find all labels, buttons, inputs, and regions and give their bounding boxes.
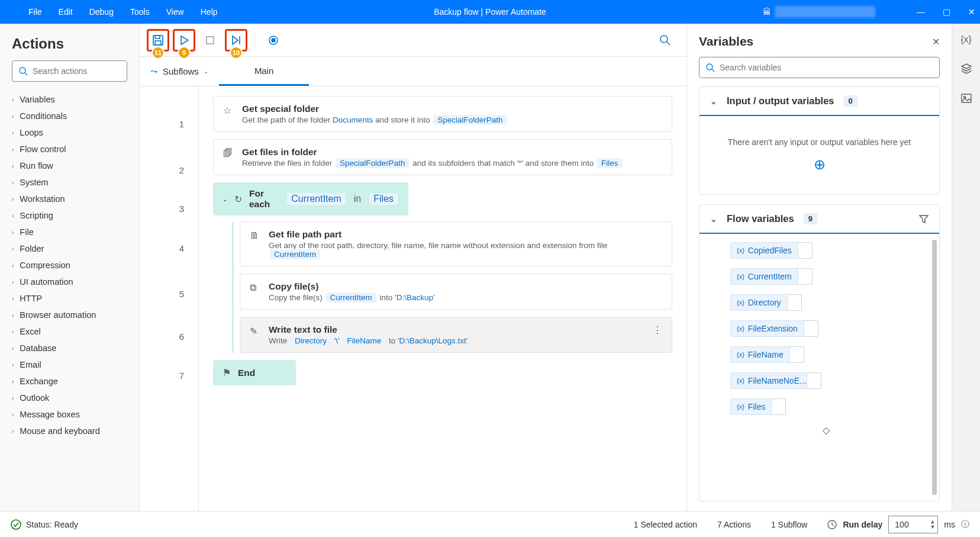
- cat-system[interactable]: ›System: [0, 174, 139, 191]
- subflow-bar: ⤳ Subflows ⌄ Main: [140, 57, 686, 86]
- run-next-button[interactable]: 10: [225, 29, 247, 52]
- step-write-text-to-file[interactable]: ✎ Write text to file Write Directory '\'…: [240, 317, 672, 353]
- maximize-button[interactable]: ▢: [943, 7, 950, 17]
- image-rail-icon[interactable]: [960, 92, 972, 104]
- var-filenamenoext[interactable]: {x}FileNameNoE...: [730, 372, 921, 389]
- org-badge[interactable]: 🏛: [763, 6, 875, 18]
- status-text: Status: Ready: [26, 520, 78, 529]
- filter-icon[interactable]: [919, 214, 929, 224]
- svg-line-14: [712, 69, 714, 72]
- flow-count-badge: 9: [804, 213, 817, 224]
- cat-scripting[interactable]: ›Scripting: [0, 207, 139, 224]
- cat-email[interactable]: ›Email: [0, 356, 139, 373]
- add-io-variable-button[interactable]: ⊕: [707, 156, 932, 173]
- menu-edit[interactable]: Edit: [59, 7, 73, 17]
- eraser-icon[interactable]: ◇: [730, 425, 921, 436]
- chevron-down-icon: ⌄: [204, 68, 208, 75]
- cat-message-boxes[interactable]: ›Message boxes: [0, 406, 139, 423]
- cat-outlook[interactable]: ›Outlook: [0, 390, 139, 406]
- designer-search-button[interactable]: [651, 26, 679, 54]
- step-title: Get files in folder: [242, 147, 662, 157]
- svg-point-10: [272, 38, 275, 42]
- cat-http[interactable]: ›HTTP: [0, 290, 139, 307]
- star-icon: ☆: [223, 105, 234, 124]
- run-delay-input[interactable]: 100 ▲▼: [888, 516, 938, 533]
- save-button[interactable]: 11: [147, 29, 169, 52]
- step-title: Write text to file: [269, 324, 644, 335]
- subflows-dropdown[interactable]: ⤳ Subflows ⌄: [140, 66, 219, 77]
- cat-excel[interactable]: ›Excel: [0, 323, 139, 340]
- var-copiedfiles[interactable]: {x}CopiedFiles: [730, 242, 921, 259]
- step-title: Get special folder: [242, 104, 662, 114]
- menu-view[interactable]: View: [166, 7, 184, 17]
- cat-folder[interactable]: ›Folder: [0, 240, 139, 257]
- step-get-file-path-part[interactable]: 🗎 Get file path part Get any of the root…: [240, 221, 672, 266]
- menu-tools[interactable]: Tools: [130, 7, 150, 17]
- cat-conditionals[interactable]: ›Conditionals: [0, 108, 139, 124]
- step-title: Copy file(s): [269, 281, 662, 292]
- actions-search-input[interactable]: [33, 66, 136, 76]
- more-icon[interactable]: ⋮: [653, 324, 662, 345]
- flow-variables-header[interactable]: ⌄ Flow variables 9: [699, 205, 939, 233]
- step-for-each[interactable]: ⌄ ↻ For each CurrentItem in Files: [213, 182, 408, 216]
- search-icon: [705, 63, 715, 72]
- cat-variables[interactable]: ›Variables: [0, 91, 139, 108]
- cat-exchange[interactable]: ›Exchange: [0, 373, 139, 390]
- spinner-icon[interactable]: ▲▼: [930, 519, 935, 530]
- close-button[interactable]: ✕: [968, 7, 975, 17]
- cat-workstation[interactable]: ›Workstation: [0, 191, 139, 207]
- cat-flow-control[interactable]: ›Flow control: [0, 141, 139, 157]
- info-icon[interactable]: ⓘ: [961, 519, 969, 530]
- loop-icon: ↻: [234, 194, 242, 205]
- run-button[interactable]: 9: [173, 29, 195, 52]
- step-get-special-folder[interactable]: ☆ Get special folder Get the path of the…: [213, 96, 672, 132]
- layers-rail-icon[interactable]: [960, 63, 972, 75]
- variables-search-input[interactable]: [720, 63, 933, 72]
- variables-title: Variables: [699, 34, 753, 49]
- svg-marker-5: [181, 36, 188, 44]
- designer-area: 11 9 10 ⤳ Subflows: [140, 24, 686, 511]
- scrollbar[interactable]: [932, 240, 937, 495]
- var-filename[interactable]: {x}FileName: [730, 346, 921, 363]
- svg-rect-17: [962, 94, 971, 102]
- step-end[interactable]: ⚑ End: [213, 360, 296, 385]
- record-button[interactable]: [262, 29, 285, 52]
- menu-file[interactable]: File: [28, 7, 42, 17]
- io-variables-header[interactable]: ⌄ Input / output variables 0: [699, 87, 939, 115]
- menu-debug[interactable]: Debug: [89, 7, 114, 17]
- close-variables-button[interactable]: ✕: [932, 36, 940, 47]
- actions-title: Actions: [0, 24, 139, 60]
- variable-rail-icon[interactable]: {x}: [960, 34, 972, 45]
- variables-search[interactable]: [699, 57, 940, 78]
- step-get-files-in-folder[interactable]: 🗐 Get files in folder Retrieve the files…: [213, 139, 672, 175]
- var-fileextension[interactable]: {x}FileExtension: [730, 320, 921, 337]
- cat-database[interactable]: ›Database: [0, 340, 139, 356]
- svg-marker-15: [920, 216, 928, 223]
- step-title: Get file path part: [269, 229, 662, 240]
- flag-icon: ⚑: [223, 367, 231, 378]
- cat-loops[interactable]: ›Loops: [0, 124, 139, 141]
- cat-compression[interactable]: ›Compression: [0, 257, 139, 274]
- actions-search[interactable]: [12, 60, 127, 82]
- minimize-button[interactable]: ―: [917, 7, 925, 17]
- step-copy-files[interactable]: ⧉ Copy file(s) Copy the file(s) CurrentI…: [240, 274, 672, 310]
- tab-main[interactable]: Main: [219, 57, 310, 86]
- actions-category-list[interactable]: ›Variables ›Conditionals ›Loops ›Flow co…: [0, 89, 139, 511]
- menu-help[interactable]: Help: [201, 7, 218, 17]
- var-directory[interactable]: {x}Directory: [730, 294, 921, 311]
- menu-bar: File Edit Debug Tools View Help: [28, 7, 218, 17]
- org-icon: 🏛: [763, 7, 771, 17]
- svg-rect-3: [155, 36, 160, 38]
- cat-ui-automation[interactable]: ›UI automation: [0, 274, 139, 290]
- cat-file[interactable]: ›File: [0, 224, 139, 240]
- cat-mouse-keyboard[interactable]: ›Mouse and keyboard: [0, 423, 139, 439]
- status-subflows: 1 Subflow: [771, 520, 807, 529]
- title-bar: File Edit Debug Tools View Help Backup f…: [0, 0, 980, 24]
- chevron-down-icon[interactable]: ⌄: [223, 196, 227, 202]
- var-currentitem[interactable]: {x}CurrentItem: [730, 268, 921, 285]
- steps-list[interactable]: ☆ Get special folder Get the path of the…: [199, 86, 686, 511]
- var-files[interactable]: {x}Files: [730, 398, 921, 415]
- cat-run-flow[interactable]: ›Run flow: [0, 157, 139, 174]
- line-gutter: 1234567: [140, 86, 199, 511]
- cat-browser-automation[interactable]: ›Browser automation: [0, 307, 139, 323]
